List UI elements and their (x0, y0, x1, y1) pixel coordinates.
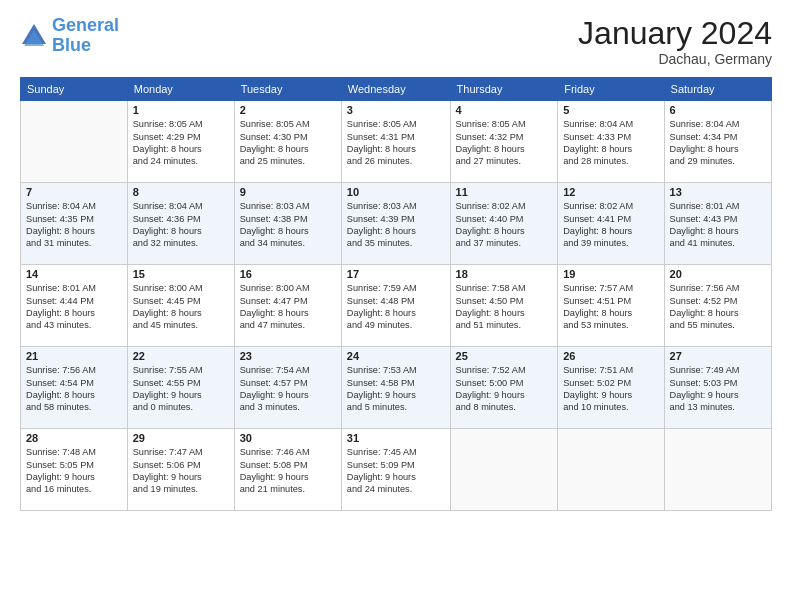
calendar-week-row: 1Sunrise: 8:05 AMSunset: 4:29 PMDaylight… (21, 101, 772, 183)
day-number: 15 (133, 268, 229, 280)
calendar-day-28: 28Sunrise: 7:48 AMSunset: 5:05 PMDayligh… (21, 429, 128, 511)
logo-icon (20, 22, 48, 50)
day-number: 29 (133, 432, 229, 444)
calendar-day-6: 6Sunrise: 8:04 AMSunset: 4:34 PMDaylight… (664, 101, 771, 183)
day-header-thursday: Thursday (450, 78, 558, 101)
day-number: 21 (26, 350, 122, 362)
day-info: Sunrise: 8:04 AMSunset: 4:33 PMDaylight:… (563, 118, 658, 168)
day-info: Sunrise: 8:02 AMSunset: 4:40 PMDaylight:… (456, 200, 553, 250)
calendar-day-14: 14Sunrise: 8:01 AMSunset: 4:44 PMDayligh… (21, 265, 128, 347)
day-info: Sunrise: 8:05 AMSunset: 4:31 PMDaylight:… (347, 118, 445, 168)
calendar-day-18: 18Sunrise: 7:58 AMSunset: 4:50 PMDayligh… (450, 265, 558, 347)
day-info: Sunrise: 7:59 AMSunset: 4:48 PMDaylight:… (347, 282, 445, 332)
day-info: Sunrise: 8:05 AMSunset: 4:32 PMDaylight:… (456, 118, 553, 168)
day-info: Sunrise: 8:05 AMSunset: 4:29 PMDaylight:… (133, 118, 229, 168)
day-info: Sunrise: 7:49 AMSunset: 5:03 PMDaylight:… (670, 364, 766, 414)
day-info: Sunrise: 8:00 AMSunset: 4:45 PMDaylight:… (133, 282, 229, 332)
calendar-week-row: 14Sunrise: 8:01 AMSunset: 4:44 PMDayligh… (21, 265, 772, 347)
title-block: January 2024 Dachau, Germany (578, 16, 772, 67)
day-number: 31 (347, 432, 445, 444)
day-header-tuesday: Tuesday (234, 78, 341, 101)
day-info: Sunrise: 7:47 AMSunset: 5:06 PMDaylight:… (133, 446, 229, 496)
day-number: 24 (347, 350, 445, 362)
day-number: 30 (240, 432, 336, 444)
calendar-day-2: 2Sunrise: 8:05 AMSunset: 4:30 PMDaylight… (234, 101, 341, 183)
day-info: Sunrise: 7:54 AMSunset: 4:57 PMDaylight:… (240, 364, 336, 414)
day-info: Sunrise: 7:45 AMSunset: 5:09 PMDaylight:… (347, 446, 445, 496)
calendar-day-17: 17Sunrise: 7:59 AMSunset: 4:48 PMDayligh… (341, 265, 450, 347)
calendar-day-5: 5Sunrise: 8:04 AMSunset: 4:33 PMDaylight… (558, 101, 664, 183)
day-header-monday: Monday (127, 78, 234, 101)
day-number: 5 (563, 104, 658, 116)
day-info: Sunrise: 7:46 AMSunset: 5:08 PMDaylight:… (240, 446, 336, 496)
day-number: 7 (26, 186, 122, 198)
day-number: 8 (133, 186, 229, 198)
calendar-day-26: 26Sunrise: 7:51 AMSunset: 5:02 PMDayligh… (558, 347, 664, 429)
calendar-day-23: 23Sunrise: 7:54 AMSunset: 4:57 PMDayligh… (234, 347, 341, 429)
calendar-day-empty (450, 429, 558, 511)
calendar-day-13: 13Sunrise: 8:01 AMSunset: 4:43 PMDayligh… (664, 183, 771, 265)
day-number: 3 (347, 104, 445, 116)
calendar-day-30: 30Sunrise: 7:46 AMSunset: 5:08 PMDayligh… (234, 429, 341, 511)
calendar-day-12: 12Sunrise: 8:02 AMSunset: 4:41 PMDayligh… (558, 183, 664, 265)
calendar-day-9: 9Sunrise: 8:03 AMSunset: 4:38 PMDaylight… (234, 183, 341, 265)
calendar-day-empty (558, 429, 664, 511)
day-info: Sunrise: 8:00 AMSunset: 4:47 PMDaylight:… (240, 282, 336, 332)
day-info: Sunrise: 7:56 AMSunset: 4:52 PMDaylight:… (670, 282, 766, 332)
day-header-saturday: Saturday (664, 78, 771, 101)
day-number: 26 (563, 350, 658, 362)
calendar-week-row: 7Sunrise: 8:04 AMSunset: 4:35 PMDaylight… (21, 183, 772, 265)
calendar-day-27: 27Sunrise: 7:49 AMSunset: 5:03 PMDayligh… (664, 347, 771, 429)
calendar-day-3: 3Sunrise: 8:05 AMSunset: 4:31 PMDaylight… (341, 101, 450, 183)
day-info: Sunrise: 7:53 AMSunset: 4:58 PMDaylight:… (347, 364, 445, 414)
calendar-day-11: 11Sunrise: 8:02 AMSunset: 4:40 PMDayligh… (450, 183, 558, 265)
day-number: 18 (456, 268, 553, 280)
day-number: 13 (670, 186, 766, 198)
day-header-friday: Friday (558, 78, 664, 101)
calendar-day-10: 10Sunrise: 8:03 AMSunset: 4:39 PMDayligh… (341, 183, 450, 265)
day-info: Sunrise: 7:52 AMSunset: 5:00 PMDaylight:… (456, 364, 553, 414)
calendar-day-20: 20Sunrise: 7:56 AMSunset: 4:52 PMDayligh… (664, 265, 771, 347)
day-number: 20 (670, 268, 766, 280)
calendar-day-8: 8Sunrise: 8:04 AMSunset: 4:36 PMDaylight… (127, 183, 234, 265)
day-number: 11 (456, 186, 553, 198)
day-number: 10 (347, 186, 445, 198)
calendar-day-empty (664, 429, 771, 511)
day-number: 9 (240, 186, 336, 198)
day-number: 14 (26, 268, 122, 280)
day-number: 16 (240, 268, 336, 280)
calendar-table: SundayMondayTuesdayWednesdayThursdayFrid… (20, 77, 772, 511)
day-info: Sunrise: 7:51 AMSunset: 5:02 PMDaylight:… (563, 364, 658, 414)
day-info: Sunrise: 8:03 AMSunset: 4:39 PMDaylight:… (347, 200, 445, 250)
day-info: Sunrise: 7:48 AMSunset: 5:05 PMDaylight:… (26, 446, 122, 496)
page: General Blue January 2024 Dachau, German… (0, 0, 792, 612)
calendar-day-16: 16Sunrise: 8:00 AMSunset: 4:47 PMDayligh… (234, 265, 341, 347)
day-info: Sunrise: 8:01 AMSunset: 4:44 PMDaylight:… (26, 282, 122, 332)
day-number: 28 (26, 432, 122, 444)
calendar-day-25: 25Sunrise: 7:52 AMSunset: 5:00 PMDayligh… (450, 347, 558, 429)
day-number: 23 (240, 350, 336, 362)
day-info: Sunrise: 8:02 AMSunset: 4:41 PMDaylight:… (563, 200, 658, 250)
day-header-wednesday: Wednesday (341, 78, 450, 101)
day-info: Sunrise: 8:04 AMSunset: 4:34 PMDaylight:… (670, 118, 766, 168)
calendar-day-7: 7Sunrise: 8:04 AMSunset: 4:35 PMDaylight… (21, 183, 128, 265)
calendar-day-24: 24Sunrise: 7:53 AMSunset: 4:58 PMDayligh… (341, 347, 450, 429)
day-info: Sunrise: 8:03 AMSunset: 4:38 PMDaylight:… (240, 200, 336, 250)
day-info: Sunrise: 7:58 AMSunset: 4:50 PMDaylight:… (456, 282, 553, 332)
day-info: Sunrise: 7:57 AMSunset: 4:51 PMDaylight:… (563, 282, 658, 332)
calendar-day-empty (21, 101, 128, 183)
calendar-week-row: 21Sunrise: 7:56 AMSunset: 4:54 PMDayligh… (21, 347, 772, 429)
location: Dachau, Germany (578, 51, 772, 67)
day-info: Sunrise: 8:05 AMSunset: 4:30 PMDaylight:… (240, 118, 336, 168)
calendar-day-22: 22Sunrise: 7:55 AMSunset: 4:55 PMDayligh… (127, 347, 234, 429)
day-number: 6 (670, 104, 766, 116)
day-number: 19 (563, 268, 658, 280)
day-number: 27 (670, 350, 766, 362)
day-info: Sunrise: 8:01 AMSunset: 4:43 PMDaylight:… (670, 200, 766, 250)
calendar-day-19: 19Sunrise: 7:57 AMSunset: 4:51 PMDayligh… (558, 265, 664, 347)
day-header-sunday: Sunday (21, 78, 128, 101)
day-number: 1 (133, 104, 229, 116)
calendar-week-row: 28Sunrise: 7:48 AMSunset: 5:05 PMDayligh… (21, 429, 772, 511)
calendar-header-row: SundayMondayTuesdayWednesdayThursdayFrid… (21, 78, 772, 101)
calendar-day-21: 21Sunrise: 7:56 AMSunset: 4:54 PMDayligh… (21, 347, 128, 429)
